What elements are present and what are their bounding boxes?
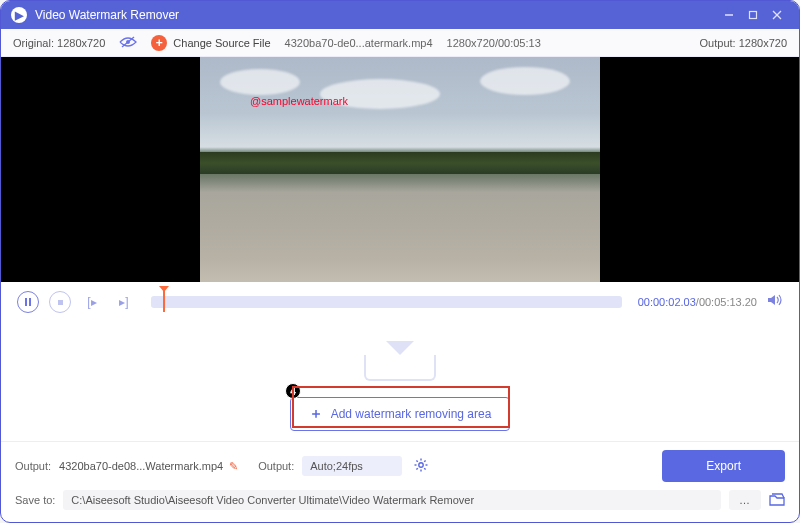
video-frame: @samplewatermark bbox=[200, 57, 600, 282]
svg-rect-7 bbox=[29, 298, 31, 306]
svg-line-15 bbox=[424, 468, 425, 469]
output-file-label: Output: bbox=[15, 460, 51, 472]
timeline-scrubber[interactable] bbox=[151, 296, 622, 308]
step-callout-4: 4 bbox=[285, 383, 301, 399]
save-path-field[interactable]: C:\Aiseesoft Studio\Aiseesoft Video Conv… bbox=[63, 490, 721, 510]
change-source-button[interactable]: + Change Source File bbox=[151, 35, 270, 51]
settings-icon[interactable] bbox=[414, 458, 428, 474]
app-icon: ▶ bbox=[11, 7, 27, 23]
tray-icon bbox=[364, 341, 436, 381]
video-preview[interactable]: @samplewatermark bbox=[1, 57, 799, 282]
svg-rect-1 bbox=[750, 12, 757, 19]
svg-point-9 bbox=[419, 463, 423, 467]
plus-icon: ＋ bbox=[309, 405, 323, 423]
maximize-button[interactable] bbox=[741, 6, 765, 24]
output-dim: Output: 1280x720 bbox=[700, 37, 787, 49]
svg-line-17 bbox=[417, 468, 418, 469]
source-filename: 4320ba70-de0...atermark.mp4 bbox=[285, 37, 433, 49]
output-format-select[interactable]: Auto;24fps bbox=[302, 456, 402, 476]
volume-icon[interactable] bbox=[767, 293, 783, 311]
stop-button[interactable] bbox=[49, 291, 71, 313]
bottom-panel: Output: 4320ba70-de08...Watermark.mp4 ✎ … bbox=[1, 441, 799, 522]
preview-toggle-icon[interactable] bbox=[119, 36, 137, 50]
svg-line-14 bbox=[417, 460, 418, 461]
time-display: 00:00:02.03/00:05:13.20 bbox=[638, 296, 757, 308]
playback-controls: [▸ ▸] 00:00:02.03/00:05:13.20 bbox=[1, 282, 799, 322]
close-button[interactable] bbox=[765, 6, 789, 24]
output-format-label: Output: bbox=[258, 460, 294, 472]
original-label: Original: 1280x720 bbox=[13, 37, 105, 49]
plus-icon: + bbox=[151, 35, 167, 51]
open-folder-icon[interactable] bbox=[769, 493, 785, 508]
step-start-button[interactable]: [▸ bbox=[81, 291, 103, 313]
output-file: 4320ba70-de08...Watermark.mp4 ✎ bbox=[59, 460, 238, 473]
add-watermark-area-button[interactable]: ＋ Add watermark removing area bbox=[290, 397, 511, 431]
info-bar: Original: 1280x720 + Change Source File … bbox=[1, 29, 799, 57]
titlebar: ▶ Video Watermark Remover bbox=[1, 1, 799, 29]
save-to-label: Save to: bbox=[15, 494, 55, 506]
pause-button[interactable] bbox=[17, 291, 39, 313]
minimize-button[interactable] bbox=[717, 6, 741, 24]
playhead-marker[interactable] bbox=[163, 290, 165, 312]
source-meta: 1280x720/00:05:13 bbox=[447, 37, 541, 49]
app-title: Video Watermark Remover bbox=[35, 8, 179, 22]
watermark-text: @samplewatermark bbox=[250, 95, 348, 107]
step-end-button[interactable]: ▸] bbox=[113, 291, 135, 313]
rename-icon[interactable]: ✎ bbox=[229, 460, 238, 473]
app-window: ▶ Video Watermark Remover Original: 1280… bbox=[0, 0, 800, 523]
browse-button[interactable]: … bbox=[729, 490, 761, 510]
svg-line-16 bbox=[424, 460, 425, 461]
svg-rect-6 bbox=[25, 298, 27, 306]
export-button[interactable]: Export bbox=[662, 450, 785, 482]
svg-rect-8 bbox=[58, 300, 63, 305]
watermark-areas-panel: 4 ＋ Add watermark removing area bbox=[1, 322, 799, 441]
